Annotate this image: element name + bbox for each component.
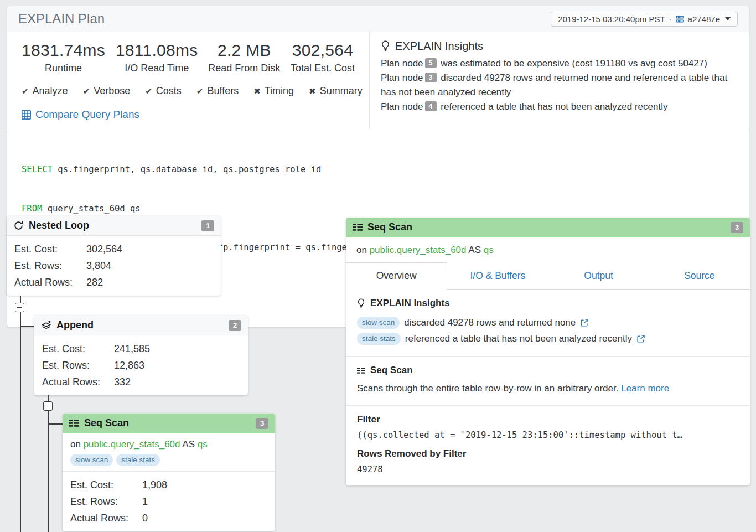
stat-label: Runtime: [22, 63, 105, 74]
node-header: Append 2: [34, 316, 248, 335]
insights-title-text: EXPLAIN Insights: [395, 40, 483, 53]
compare-link-label: Compare Query Plans: [35, 109, 139, 121]
stat-label: Est. Rows:: [14, 257, 86, 274]
learn-more-link[interactable]: Learn more: [621, 383, 669, 394]
alias-link[interactable]: qs: [484, 245, 494, 255]
node-doc-title-text: Seq Scan: [370, 365, 413, 376]
node-header: Seq Scan 3: [63, 414, 275, 433]
table-link[interactable]: public.query_stats_60d: [370, 245, 467, 255]
plan-tree: Nested Loop 1 Est. Cost:302,564 Est. Row…: [0, 208, 756, 532]
insight-tags: slow scan stale stats: [70, 454, 267, 466]
stat-value: 302,564: [291, 41, 355, 60]
insights-title: EXPLAIN Insights: [357, 298, 739, 309]
rows-removed-value: 49278: [357, 464, 739, 474]
table-link[interactable]: public.query_stats_60d: [84, 439, 180, 450]
plan-timestamp-dropdown[interactable]: 2019-12-15 03:20:40pm PST · a27487e: [551, 12, 738, 27]
stat-value: 332: [114, 374, 131, 390]
filter-section: Filter ((qs.collected_at = '2019-12-15 2…: [346, 406, 750, 484]
tab-source[interactable]: Source: [649, 262, 750, 289]
tag-stale-stats: stale stats: [116, 454, 160, 466]
insight-item: stale stats referenced a table that has …: [357, 330, 739, 347]
as-label: AS: [468, 245, 481, 255]
doc-text: Scans through the entire table row-by-ro…: [357, 383, 618, 394]
stat-value: 302,564: [86, 241, 122, 257]
check-icon: ✔: [196, 86, 204, 96]
node-detail-panel: Seq Scan 3 on public.query_stats_60d AS …: [346, 218, 750, 485]
insight-prefix: Plan node: [381, 73, 423, 83]
plan-node-append[interactable]: Append 2 Est. Cost:241,585 Est. Rows:12,…: [34, 316, 248, 395]
stat-value: 0: [142, 510, 148, 526]
stat-value: 282: [86, 274, 103, 291]
plan-node-badge[interactable]: 4: [425, 101, 437, 111]
insight-item: Plan node5 was estimated to be expensive…: [381, 56, 737, 71]
check-icon: ✔: [22, 86, 29, 96]
option-label: Analyze: [33, 85, 68, 96]
compare-query-plans-link[interactable]: Compare Query Plans: [22, 109, 355, 121]
node-doc-section: Seq Scan Scans through the entire table …: [346, 357, 750, 406]
tab-overview[interactable]: Overview: [346, 262, 447, 290]
plan-summary: 1831.74ms Runtime 1811.08ms I/O Read Tim…: [7, 32, 369, 130]
as-label: AS: [182, 439, 195, 450]
collapse-toggle-append[interactable]: [43, 401, 53, 411]
alias-link[interactable]: qs: [198, 439, 208, 450]
tag-slow-scan: slow scan: [70, 454, 113, 466]
option-buffers: ✔Buffers: [196, 85, 239, 97]
insight-prefix: Plan node: [381, 101, 423, 112]
explain-options-row: ✔Analyze ✔Verbose ✔Costs ✔Buffers ✖Timin…: [22, 85, 355, 97]
stat-label: Actual Rows:: [42, 374, 114, 390]
collapse-toggle-nested-loop[interactable]: [15, 303, 24, 312]
node-title: Seq Scan: [84, 417, 129, 429]
stat-label: Est. Rows:: [42, 357, 114, 374]
external-link-icon[interactable]: [636, 334, 645, 343]
table-grid-icon: [22, 110, 31, 120]
explain-plan-header: EXPLAIN Plan 2019-12-15 03:20:40pm PST ·…: [7, 6, 749, 32]
external-link-icon[interactable]: [580, 318, 589, 327]
page-title: EXPLAIN Plan: [18, 11, 105, 27]
cross-icon: ✖: [309, 86, 316, 96]
node-title: Nested Loop: [29, 220, 89, 231]
plan-node-seq-scan[interactable]: Seq Scan 3 on public.query_stats_60d AS …: [63, 414, 275, 531]
stat-label: Actual Rows:: [70, 510, 142, 526]
tab-output[interactable]: Output: [548, 262, 649, 289]
option-label: Buffers: [207, 85, 239, 96]
check-icon: ✔: [83, 86, 90, 96]
option-verbose: ✔Verbose: [83, 85, 131, 97]
timestamp-text: 2019-12-15 03:20:40pm PST: [558, 14, 665, 24]
node-stat-row: Est. Rows:3,804: [14, 257, 213, 274]
stat-value: 2.2 MB: [208, 41, 280, 60]
plan-node-nested-loop[interactable]: Nested Loop 1 Est. Cost:302,564 Est. Row…: [7, 216, 221, 296]
detail-header: Seq Scan 3: [346, 218, 750, 237]
cross-icon: ✖: [253, 86, 261, 96]
tag-slow-scan: slow scan: [357, 317, 400, 329]
stat-label: Est. Cost:: [14, 241, 86, 257]
stat-label: Est. Cost:: [70, 477, 142, 493]
chevron-down-icon: [725, 17, 731, 20]
node-stat-row: Actual Rows:282: [14, 274, 213, 291]
plan-node-badge[interactable]: 5: [425, 58, 437, 68]
insight-text: discarded 49278 rows and returned none: [404, 314, 576, 330]
detail-tabs: Overview I/O & Buffers Output Source: [346, 262, 750, 290]
stats-row: 1831.74ms Runtime 1811.08ms I/O Read Tim…: [22, 41, 355, 74]
on-prefix: on: [70, 439, 81, 450]
lightbulb-icon: [357, 298, 365, 309]
table-rows-icon: [69, 419, 79, 427]
option-label: Verbose: [94, 85, 130, 96]
stat-label: Est. Rows:: [70, 493, 142, 510]
check-icon: ✔: [145, 86, 152, 96]
stat-label: I/O Read Time: [116, 63, 198, 74]
node-stat-row: Est. Cost:1,908: [70, 477, 267, 493]
append-layers-icon: [41, 320, 51, 330]
tab-io-buffers[interactable]: I/O & Buffers: [447, 262, 548, 289]
timestamp-separator: ·: [669, 14, 672, 24]
stat-value: 3,804: [86, 257, 111, 274]
tree-connector: [20, 296, 21, 532]
node-header: Nested Loop 1: [7, 216, 221, 236]
insight-text: referenced a table that has not been ana…: [441, 101, 667, 112]
node-stat-row: Actual Rows:332: [42, 374, 240, 390]
node-stats: Est. Cost:302,564 Est. Rows:3,804 Actual…: [7, 236, 221, 296]
option-timing: ✖Timing: [253, 85, 294, 97]
stat-read-from-disk: 2.2 MB Read From Disk: [208, 41, 280, 74]
insight-text: referenced a table that has not been ana…: [405, 330, 632, 347]
stat-value: 1811.08ms: [116, 41, 198, 60]
plan-node-badge[interactable]: 3: [425, 73, 437, 82]
